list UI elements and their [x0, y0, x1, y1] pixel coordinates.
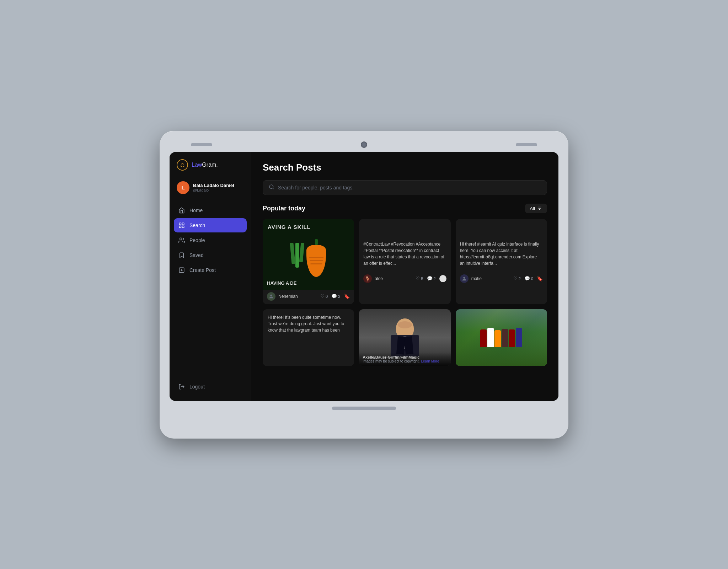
front-camera	[361, 141, 367, 148]
comments-count-3: 0	[531, 277, 533, 281]
comment-icon-2: 💬	[427, 276, 433, 281]
post-card-2: #ContractLaw #Revocation #Acceptance #Po…	[359, 219, 450, 304]
home-indicator	[332, 407, 396, 410]
post-footer-2: 🦌 aloe ♡ 5 💬 2	[359, 272, 450, 286]
svg-point-12	[463, 277, 465, 278]
carrot-image: AVING A SKILL	[263, 219, 354, 290]
author-avatar-1	[267, 292, 275, 301]
avatar: L	[177, 181, 189, 194]
post-footer-1: Nehemiah ♡ 0 💬 2 🔖	[263, 290, 354, 304]
photo-note-5: Images may be subject to copyright.	[363, 359, 419, 363]
heart-icon-2: ♡	[416, 276, 420, 281]
saved-icon	[178, 252, 185, 259]
logout-icon	[178, 383, 185, 390]
svg-point-11	[270, 294, 272, 296]
logo-law: Law	[192, 162, 202, 168]
likes-count-2: 5	[421, 277, 423, 281]
nav-saved[interactable]: Saved	[174, 248, 247, 262]
bookmark-icon-3[interactable]: 🔖	[537, 276, 543, 281]
page-title: Search Posts	[263, 162, 547, 173]
likes-count-3: 2	[519, 277, 521, 281]
logo-dot: .	[216, 162, 218, 168]
post-footer-3: matie ♡ 2 💬 0 🔖	[456, 272, 547, 286]
create-post-icon	[178, 267, 185, 274]
author-name-1: Nehemiah	[278, 294, 317, 299]
post-card-1: AVING A SKILL	[263, 219, 354, 304]
nav-saved-label: Saved	[189, 252, 204, 258]
nav-people[interactable]: People	[174, 233, 247, 247]
left-speaker	[191, 143, 212, 146]
nav-create-post[interactable]: Create Post	[174, 263, 247, 277]
bookmark-icon-1[interactable]: 🔖	[344, 294, 350, 299]
search-bar	[263, 180, 547, 195]
comments-1: 💬 2	[331, 294, 340, 299]
post-text-4: Hi there! It's been quite sometime now. …	[268, 314, 349, 333]
nav-logout-label: Logout	[189, 384, 205, 390]
search-input[interactable]	[278, 185, 541, 190]
nav-home-label: Home	[189, 208, 203, 213]
sidebar: ⚖ LawGram. L Bala Ladalo Daniel @Ladalo	[170, 152, 251, 401]
nav-section: Home Search	[174, 203, 247, 375]
post-text-3: Hi there! #learnit AI quiz interface is …	[460, 223, 543, 267]
post-card-5: Axelle/Bauer-Griffin/FilmMagic Images ma…	[359, 309, 450, 366]
user-profile: L Bala Ladalo Daniel @Ladalo	[174, 178, 247, 198]
group-image-6	[456, 309, 547, 366]
author-avatar-3	[460, 274, 469, 283]
user-info: Bala Ladalo Daniel @Ladalo	[193, 183, 244, 192]
photo-credit-5: Axelle/Bauer-Griffin/FilmMagic	[363, 355, 447, 359]
right-speaker	[516, 143, 537, 146]
nav-home[interactable]: Home	[174, 203, 247, 218]
logout-area: Logout	[174, 375, 247, 394]
user-name: Bala Ladalo Daniel	[193, 183, 244, 188]
author-avatar-2: 🦌	[363, 274, 372, 283]
learn-more-link[interactable]: Learn More	[421, 359, 439, 363]
nav-search[interactable]: Search	[174, 218, 247, 232]
nav-logout[interactable]: Logout	[174, 380, 247, 394]
post-stats-1: ♡ 0 💬 2 🔖	[320, 294, 350, 299]
likes-1: ♡ 0	[320, 294, 328, 299]
svg-point-7	[269, 185, 273, 189]
post-stats-2: ♡ 5 💬 2	[416, 275, 446, 282]
comment-icon-3: 💬	[524, 276, 530, 281]
svg-point-4	[180, 238, 182, 240]
comments-3: 💬 0	[524, 276, 533, 281]
nav-search-label: Search	[189, 222, 205, 228]
post-stats-3: ♡ 2 💬 0 🔖	[513, 276, 543, 281]
photo-overlay-5: Axelle/Bauer-Griffin/FilmMagic Images ma…	[359, 352, 450, 366]
search-icon	[269, 184, 274, 191]
nav-people-label: People	[189, 237, 205, 243]
posts-grid: AVING A SKILL	[263, 219, 547, 366]
section-title: Popular today	[263, 205, 305, 212]
likes-count-1: 0	[326, 294, 328, 299]
home-icon	[178, 207, 185, 214]
search-nav-icon	[178, 222, 185, 229]
comment-icon-1: 💬	[331, 294, 337, 299]
logo-text: LawGram.	[192, 162, 218, 168]
svg-rect-1	[182, 223, 184, 225]
heart-icon-1: ♡	[320, 294, 325, 299]
filter-label: All	[530, 206, 535, 211]
post-card-4: Hi there! It's been quite sometime now. …	[263, 309, 354, 366]
nav-create-post-label: Create Post	[189, 267, 216, 273]
likes-2: ♡ 5	[416, 276, 423, 281]
carrot-bottom-text: HAVING A DE	[267, 280, 296, 286]
svg-rect-2	[179, 226, 181, 227]
user-handle: @Ladalo	[193, 188, 244, 192]
logo-gram: Gram	[202, 162, 216, 168]
main-content: Search Posts Popular today All	[251, 152, 558, 401]
post-content-2: #ContractLaw #Revocation #Acceptance #Po…	[359, 219, 450, 272]
post-content-3: Hi there! #learnit AI quiz interface is …	[456, 219, 547, 272]
filter-button[interactable]: All	[525, 204, 547, 213]
section-header: Popular today All	[263, 204, 547, 213]
comments-count-1: 2	[338, 294, 340, 299]
post-card-6	[456, 309, 547, 366]
svg-rect-3	[182, 226, 184, 227]
post-card-3: Hi there! #learnit AI quiz interface is …	[456, 219, 547, 304]
heart-icon-3: ♡	[513, 276, 518, 281]
comments-2: 💬 2	[427, 276, 436, 281]
logo-area: ⚖ LawGram.	[174, 159, 247, 171]
logo-icon: ⚖	[177, 159, 188, 171]
author-name-2: aloe	[375, 276, 413, 281]
svg-rect-0	[179, 223, 181, 225]
people-icon	[178, 237, 185, 244]
